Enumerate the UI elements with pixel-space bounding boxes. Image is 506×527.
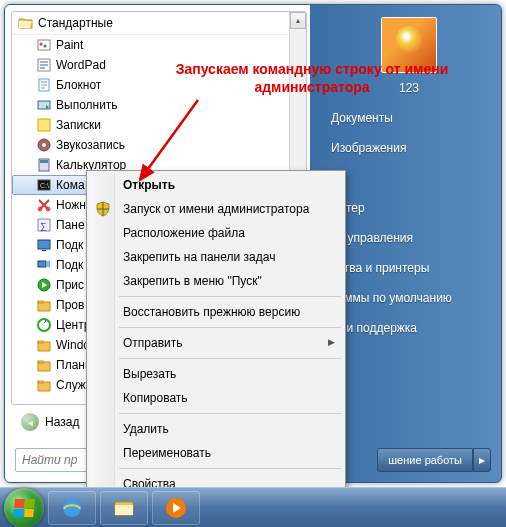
program-item-3[interactable]: Выполнить [12,95,306,115]
svg-rect-29 [38,381,43,383]
run-icon [36,97,52,113]
program-label: Пров [56,298,84,312]
program-label: Ножн [56,198,86,212]
folder-open-icon [18,15,34,31]
right-pane-item-4[interactable]: ль управления [325,223,493,253]
right-pane-item-5[interactable]: йства и принтеры [325,253,493,283]
right-pane-item-0[interactable]: Документы [325,103,493,133]
start-button[interactable] [4,488,44,528]
svg-rect-22 [38,301,43,303]
program-label: Подк [56,258,83,272]
svg-rect-6 [38,119,50,131]
svg-point-8 [42,143,46,147]
program-label: Записки [56,118,101,132]
context-menu-label: Расположение файла [123,226,245,240]
context-menu-item-13[interactable]: Удалить [89,417,343,441]
context-menu-separator [119,413,341,414]
taskbar-wmp[interactable] [152,491,200,525]
start-icon [36,277,52,293]
program-label: Paint [56,38,83,52]
svg-rect-19 [38,261,46,267]
back-arrow-icon: ◂ [21,413,39,431]
context-menu-item-3[interactable]: Закрепить на панели задач [89,245,343,269]
right-pane-item-1[interactable]: Изображения [325,133,493,163]
context-menu-separator [119,327,341,328]
right-pane-item-6[interactable]: раммы по умолчанию [325,283,493,313]
program-label: Выполнить [56,98,118,112]
svg-point-23 [38,319,50,331]
right-pane-item-2[interactable]: ка [325,163,493,193]
taskbar [0,487,506,527]
program-label: Кома [56,178,85,192]
shutdown-button[interactable]: шение работы ▸ [377,448,491,472]
sync-icon [36,317,52,333]
scroll-up-icon[interactable]: ▴ [290,12,306,29]
context-menu-label: Переименовать [123,446,211,460]
context-menu-separator [119,358,341,359]
folder-icon [36,337,52,353]
rdp-icon [36,237,52,253]
shutdown-options-arrow[interactable]: ▸ [473,448,491,472]
svg-rect-10 [40,160,48,163]
context-menu-item-14[interactable]: Переименовать [89,441,343,465]
context-menu-label: Отправить [123,336,183,350]
program-item-1[interactable]: WordPad [12,55,306,75]
program-label: Пане [56,218,85,232]
back-label: Назад [45,415,79,429]
submenu-arrow-icon: ▶ [328,337,335,347]
program-label: Windo [56,338,90,352]
svg-rect-33 [115,505,133,515]
svg-rect-25 [38,341,43,343]
svg-text:C:\: C:\ [40,182,49,189]
context-menu-item-11[interactable]: Копировать [89,386,343,410]
context-menu-item-0[interactable]: Открыть [89,173,343,197]
folder-icon [36,377,52,393]
program-label: Прис [56,278,84,292]
explorer-icon [36,297,52,313]
shutdown-label[interactable]: шение работы [377,448,473,472]
svg-rect-17 [38,240,50,249]
context-menu-item-6[interactable]: Восстановить прежнюю версию [89,300,343,324]
wmp-icon [164,496,188,520]
program-label: Звукозапись [56,138,125,152]
program-label: Подк [56,238,83,252]
program-item-4[interactable]: Записки [12,115,306,135]
program-label: Служ [56,378,86,392]
snip-icon [36,197,52,213]
context-menu-separator [119,468,341,469]
context-menu-label: Восстановить прежнюю версию [123,305,300,319]
sticky-icon [36,117,52,133]
context-menu-label: Закрепить в меню "Пуск" [123,274,262,288]
taskbar-explorer[interactable] [100,491,148,525]
context-menu-label: Закрепить на панели задач [123,250,275,264]
svg-rect-27 [38,361,43,363]
folder-header-label: Стандартные [38,16,113,30]
right-pane-item-7[interactable]: ка и поддержка [325,313,493,343]
context-menu: ОткрытьЗапуск от имени администратораРас… [86,170,346,499]
wordpad-icon [36,57,52,73]
context-menu-item-1[interactable]: Запуск от имени администратора [89,197,343,221]
context-menu-label: Вырезать [123,367,176,381]
folder-header[interactable]: Стандартные [12,12,306,35]
svg-point-1 [40,43,43,46]
windows-logo-icon [13,499,35,517]
context-menu-item-8[interactable]: Отправить▶ [89,331,343,355]
right-pane-item-3[interactable]: ьютер [325,193,493,223]
cmd-icon: C:\ [36,177,52,193]
taskbar-ie[interactable] [48,491,96,525]
explorer-icon [112,496,136,520]
username-label[interactable]: 123 [325,79,493,103]
ie-icon [60,496,84,520]
context-menu-label: Копировать [123,391,188,405]
program-item-0[interactable]: Paint [12,35,306,55]
context-menu-item-10[interactable]: Вырезать [89,362,343,386]
program-item-5[interactable]: Звукозапись [12,135,306,155]
folder-icon [36,357,52,373]
context-menu-item-2[interactable]: Расположение файла [89,221,343,245]
context-menu-label: Удалить [123,422,169,436]
svg-rect-5 [38,101,50,109]
svg-text:∑: ∑ [40,221,46,231]
user-picture[interactable] [381,17,437,73]
context-menu-item-4[interactable]: Закрепить в меню "Пуск" [89,269,343,293]
program-item-2[interactable]: Блокнот [12,75,306,95]
